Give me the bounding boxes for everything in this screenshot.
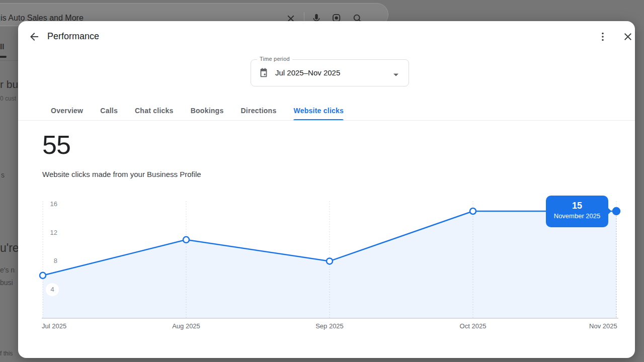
y-axis-tick: 16 <box>37 198 57 211</box>
bg-divider <box>0 60 18 61</box>
bg-subtext-fragment: 0 cust <box>0 95 16 102</box>
bg-tab-underline <box>0 56 7 58</box>
x-axis-tick: Oct 2025 <box>460 322 487 330</box>
y-axis-tick: 12 <box>37 226 57 239</box>
bg-mid-fragment: s <box>1 171 5 179</box>
bg-lower-heading-fragment: u're <box>0 241 19 255</box>
x-axis-tick: Jul 2025 <box>42 322 66 330</box>
tooltip-date: November 2025 <box>546 211 608 221</box>
y-axis-tick: 8 <box>37 254 57 267</box>
y-axis-tick: 4 <box>46 283 59 296</box>
bg-tab-fragment: ll <box>0 42 4 51</box>
performance-dialog: Performance Time period Jul 2025–Nov 202… <box>18 21 635 358</box>
chart-x-axis: Jul 2025Aug 2025Sep 2025Oct 2025Nov 2025 <box>18 322 635 331</box>
chart-point[interactable] <box>183 237 189 243</box>
x-axis-tick: Aug 2025 <box>172 322 200 330</box>
website-clicks-chart[interactable] <box>18 21 635 358</box>
chart-point[interactable] <box>613 208 620 215</box>
x-axis-tick: Nov 2025 <box>589 322 617 330</box>
bg-lower-text-1: e's n <box>0 266 15 274</box>
x-axis-tick: Sep 2025 <box>315 322 344 330</box>
tooltip-value: 15 <box>546 200 608 211</box>
chart-point[interactable] <box>327 258 333 264</box>
chart-y-axis: 481216 <box>37 21 57 358</box>
bg-lower-text-2: busi <box>0 279 13 287</box>
chart-point[interactable] <box>470 208 476 214</box>
bg-bottom-fragment: f this <box>0 350 13 357</box>
bg-heading-fragment: r bu <box>0 78 18 90</box>
chart-tooltip: 15 November 2025 <box>546 196 608 227</box>
